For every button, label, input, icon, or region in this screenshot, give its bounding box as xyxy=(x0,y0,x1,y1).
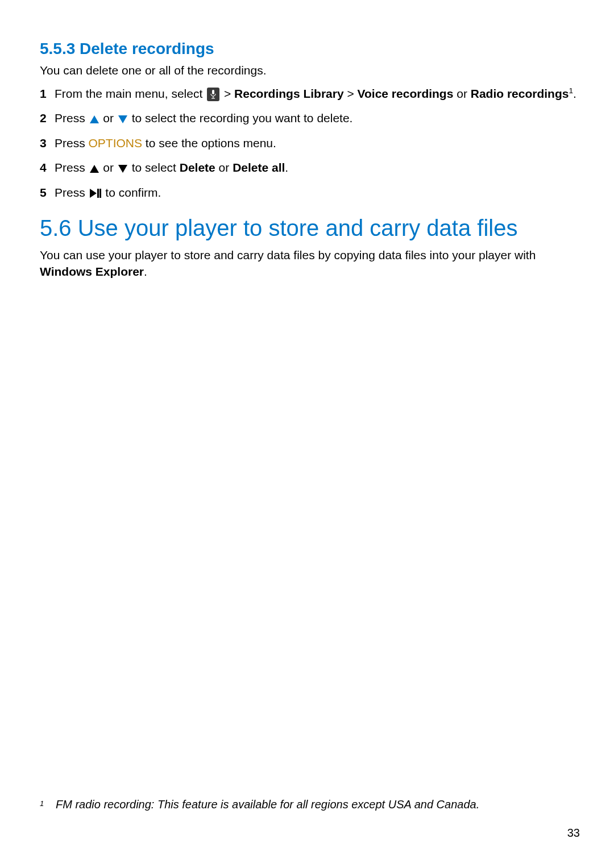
step-number: 5 xyxy=(40,184,55,201)
step-1: 1 From the main menu, select > Recording… xyxy=(40,85,580,102)
svg-rect-0 xyxy=(212,90,214,94)
step-2: 2 Press or to select the recording you w… xyxy=(40,110,580,126)
footnote-ref: 1 xyxy=(569,86,573,95)
section-number: 5.5.3 xyxy=(40,40,75,57)
section-title: Delete recordings xyxy=(80,40,214,57)
up-arrow-icon xyxy=(90,165,99,173)
step-number: 1 xyxy=(40,85,55,102)
step-4: 4 Press or to select Delete or Delete al… xyxy=(40,159,580,176)
step-body: From the main menu, select > Recordings … xyxy=(55,85,580,102)
footnote-text: FM radio recording: This feature is avai… xyxy=(56,798,479,811)
heading-5-6: 5.6 Use your player to store and carry d… xyxy=(40,215,580,241)
intro-text: You can delete one or all of the recordi… xyxy=(40,64,580,77)
heading-5-5-3: 5.5.3 Delete recordings xyxy=(40,40,580,58)
radio-recordings-label: Radio recordings xyxy=(471,87,569,100)
page-number: 33 xyxy=(567,827,580,840)
step-3: 3 Press OPTIONS to see the options menu. xyxy=(40,135,580,151)
section-5-6-body: You can use your player to store and car… xyxy=(40,247,580,280)
section-title: Use your player to store and carry data … xyxy=(78,215,518,240)
step-body: Press or to select the recording you wan… xyxy=(55,110,580,126)
step-body: Press to confirm. xyxy=(55,184,580,201)
step-body: Press or to select Delete or Delete all. xyxy=(55,159,580,176)
delete-label: Delete xyxy=(180,161,215,174)
microphone-icon xyxy=(207,88,219,101)
section-number: 5.6 xyxy=(40,215,72,240)
step-number: 4 xyxy=(40,159,55,176)
windows-explorer-label: Windows Explorer xyxy=(40,265,144,278)
recordings-library-label: Recordings Library xyxy=(234,87,344,100)
steps-list: 1 From the main menu, select > Recording… xyxy=(40,85,580,201)
down-arrow-icon xyxy=(118,165,127,173)
step-body: Press OPTIONS to see the options menu. xyxy=(55,135,580,151)
play-pause-icon xyxy=(90,189,101,198)
step-5: 5 Press to confirm. xyxy=(40,184,580,201)
options-button-label: OPTIONS xyxy=(89,136,143,149)
footnote: 1 FM radio recording: This feature is av… xyxy=(40,798,580,811)
step-number: 2 xyxy=(40,110,55,126)
delete-all-label: Delete all xyxy=(233,161,285,174)
step-number: 3 xyxy=(40,135,55,151)
footnote-number: 1 xyxy=(40,798,56,811)
up-arrow-icon xyxy=(90,115,99,123)
down-arrow-icon xyxy=(118,115,127,123)
voice-recordings-label: Voice recordings xyxy=(358,87,454,100)
